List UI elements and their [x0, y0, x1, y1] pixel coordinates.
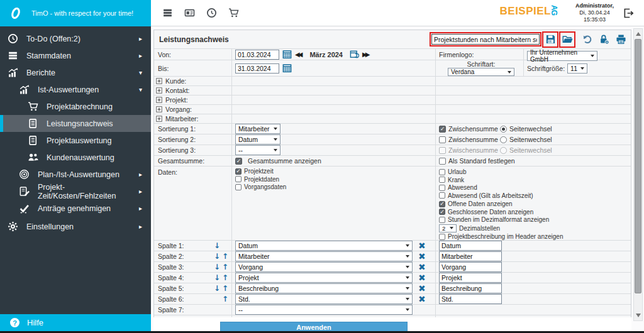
zwischensumme-checkbox[interactable]: [439, 147, 446, 154]
dezimalformat-checkbox[interactable]: [439, 217, 445, 223]
remove-column-icon[interactable]: ✖: [418, 241, 426, 251]
open-preset-button[interactable]: [561, 33, 574, 46]
next-month-button[interactable]: ▶▶: [362, 51, 370, 58]
previous-month-button[interactable]: ◀◀: [295, 51, 303, 58]
calendar-icon[interactable]: [282, 50, 292, 59]
firmenlogo-select[interactable]: Ihr Unternehmen GmbH: [527, 51, 597, 61]
expand-plus-icon[interactable]: [156, 78, 162, 84]
spalte5-select[interactable]: Beschreibung: [235, 283, 413, 293]
move-up-icon[interactable]: ↑: [222, 284, 228, 293]
move-up-icon[interactable]: ↑: [222, 263, 228, 271]
remove-column-icon[interactable]: ✖: [418, 273, 426, 283]
spalte2-select[interactable]: Mitarbeiter: [235, 251, 413, 261]
calendar-icon[interactable]: [282, 63, 292, 73]
apply-button[interactable]: Anwenden: [220, 322, 408, 333]
sidebar-item-projektauswertung[interactable]: Projektauswertung: [0, 132, 151, 149]
remove-column-icon[interactable]: ✖: [418, 262, 426, 272]
sidebar-item-todo[interactable]: To-Do (Offen:2) ▸: [0, 30, 151, 47]
schriftart-select[interactable]: Verdana: [448, 68, 514, 76]
move-down-icon[interactable]: ↓: [214, 273, 220, 282]
expand-plus-icon[interactable]: [156, 116, 162, 122]
krank-checkbox[interactable]: [439, 177, 445, 183]
id-card-icon[interactable]: [184, 8, 195, 18]
clock-icon[interactable]: [206, 8, 217, 18]
spalte1-title-input[interactable]: [439, 241, 502, 251]
spalte6-label: Spalte 6:: [158, 295, 184, 303]
dezimalstellen-select[interactable]: 2: [439, 224, 457, 232]
abwesend-checkbox[interactable]: [439, 185, 445, 191]
remove-column-icon[interactable]: ✖: [418, 294, 426, 304]
reset-button[interactable]: [580, 33, 593, 46]
calendar-refresh-icon[interactable]: [350, 50, 359, 59]
move-down-icon[interactable]: ↓: [214, 241, 220, 250]
sidebar-item-leistungsnachweis[interactable]: Leistungsnachweis: [0, 115, 151, 132]
spalte7-select[interactable]: --: [235, 305, 413, 315]
schriftgroesse-select[interactable]: 11: [567, 63, 587, 74]
move-up-icon[interactable]: ↑: [222, 273, 228, 282]
scroll-down-arrow-icon[interactable]: [636, 314, 641, 317]
scroll-up-arrow-icon[interactable]: [636, 32, 641, 36]
geschlossene-daten-checkbox[interactable]: [439, 209, 445, 215]
scrollbar-thumb[interactable]: [635, 39, 641, 293]
abwesend-arbeitszeit-checkbox[interactable]: [439, 192, 445, 199]
sidebar-item-antraege-genehmigen[interactable]: Anträge genehmigen ▸: [0, 200, 151, 217]
expand-plus-icon[interactable]: [156, 87, 162, 94]
seitenwechsel-radio[interactable]: [500, 136, 507, 143]
sortierung3-select[interactable]: --: [235, 145, 280, 155]
move-down-icon[interactable]: ↓: [214, 284, 220, 293]
move-down-icon[interactable]: ↓: [214, 252, 220, 261]
spalte2-title-input[interactable]: [439, 251, 502, 261]
vertical-scrollbar[interactable]: [633, 28, 643, 321]
spalte6-select[interactable]: Std.: [235, 294, 413, 304]
spalte4-select[interactable]: Projekt: [235, 273, 413, 283]
spalte6-title-input[interactable]: [439, 294, 502, 304]
sortierung2-select[interactable]: Datum: [235, 134, 280, 145]
sortierung1-label: Sortierung 1:: [158, 125, 196, 133]
sidebar-item-einstellungen[interactable]: Einstellungen ▸: [0, 218, 151, 235]
save-preset-button[interactable]: [544, 33, 557, 46]
spalte1-select[interactable]: Datum: [235, 241, 413, 251]
zwischensumme-label: Zwischensumme: [448, 146, 500, 154]
sidebar-item-berichte[interactable]: Berichte ▾: [0, 64, 151, 81]
von-date-input[interactable]: [235, 50, 279, 60]
spalte3-select[interactable]: Vorgang: [235, 262, 413, 272]
urlaub-checkbox[interactable]: [439, 169, 445, 175]
projektzeit-checkbox[interactable]: [235, 168, 242, 175]
lock-settings-button[interactable]: [597, 33, 610, 46]
spalte4-title-input[interactable]: [439, 273, 502, 283]
seitenwechsel-radio[interactable]: [500, 126, 507, 133]
projektdaten-checkbox[interactable]: [235, 176, 242, 182]
sidebar-item-stammdaten[interactable]: Stammdaten ▸: [0, 47, 151, 64]
logout-icon[interactable]: [623, 8, 634, 19]
zwischensumme-checkbox[interactable]: [439, 126, 446, 133]
sidebar-item-projekt-zeit-kosten[interactable]: Projekt- Zeit/Kosten/Fehlzeiten ▸: [0, 183, 151, 200]
projektbeschreibung-checkbox[interactable]: [439, 234, 445, 240]
move-up-icon[interactable]: ↑: [222, 252, 228, 261]
expand-plus-icon[interactable]: [156, 106, 162, 112]
sortierung1-select[interactable]: Mitarbeiter: [235, 124, 280, 134]
move-down-icon[interactable]: ↓: [214, 263, 220, 271]
bis-date-input[interactable]: [235, 63, 279, 74]
seitenwechsel-radio[interactable]: [500, 147, 507, 154]
cart-icon[interactable]: [228, 8, 239, 18]
spalte3-title-input[interactable]: [439, 262, 502, 272]
sidebar-logo-bar[interactable]: TimO - with respect for your time!: [0, 0, 151, 26]
gesamtsumme-checkbox[interactable]: [235, 158, 242, 165]
sidebar-item-projektabrechnung[interactable]: Projektabrechnung: [0, 98, 151, 115]
vorgangsdaten-checkbox[interactable]: [235, 184, 242, 190]
move-up-icon[interactable]: ↑: [222, 295, 228, 303]
remove-column-icon[interactable]: ✖: [418, 283, 426, 293]
als-standard-checkbox[interactable]: [439, 158, 446, 165]
remove-column-icon[interactable]: ✖: [418, 251, 426, 261]
report-preset-input[interactable]: [431, 34, 540, 45]
hamburger-menu-icon[interactable]: [162, 8, 173, 18]
help-button[interactable]: ? Hilfe: [0, 314, 151, 331]
sidebar-item-plan-ist-auswertungen[interactable]: Plan-/Ist-Auswertungen ▸: [0, 166, 151, 183]
spalte5-title-input[interactable]: [439, 283, 502, 293]
sidebar-item-kundenauswertung[interactable]: Kundenauswertung: [0, 149, 151, 166]
zwischensumme-checkbox[interactable]: [439, 136, 446, 143]
expand-plus-icon[interactable]: [156, 97, 162, 103]
offene-daten-checkbox[interactable]: [439, 201, 445, 207]
print-button[interactable]: [614, 33, 627, 46]
sidebar-item-ist-auswertungen[interactable]: Ist-Auswertungen ▾: [0, 81, 151, 98]
